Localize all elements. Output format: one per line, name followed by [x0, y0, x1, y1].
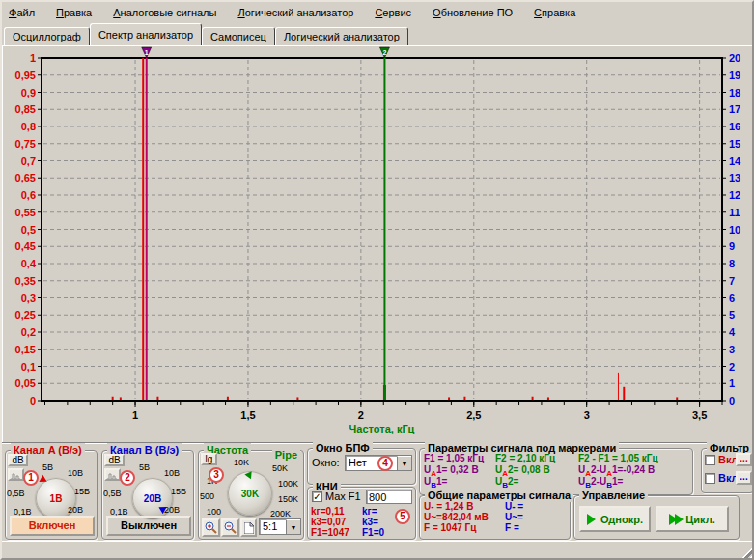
svg-text:19: 19 — [729, 70, 740, 81]
hint-badge-4: 4 — [377, 456, 393, 471]
channel-a-spectrum-mode-button[interactable] — [8, 468, 24, 481]
svg-text:1: 1 — [30, 52, 36, 64]
thd-k3-value-b: k3= — [362, 517, 378, 527]
signal-f-b: F = — [505, 522, 519, 533]
app-window: Файл Правка Аналоговые сигналы Логически… — [0, 0, 754, 560]
resize-grip[interactable] — [740, 546, 754, 560]
svg-text:4: 4 — [729, 326, 736, 338]
thd-max-f1-checkbox[interactable]: ✓ — [312, 491, 322, 502]
svg-text:16: 16 — [729, 121, 740, 132]
filter-a-settings-button[interactable]: ... — [736, 453, 752, 466]
single-run-button[interactable]: Однокр. — [579, 506, 651, 532]
spectrum-plot: 00,050,10,150,20,250,30,350,40,450,50,55… — [3, 46, 754, 443]
menu-item-file[interactable]: Файл — [9, 5, 44, 20]
svg-text:3,5: 3,5 — [692, 409, 707, 421]
scale-ratio-dropdown[interactable]: 5:1 ▼ — [259, 518, 301, 535]
channel-a-scale-label: 10В — [68, 469, 83, 478]
svg-text:0,6: 0,6 — [21, 189, 36, 201]
tab-bar: Осциллограф Спектр анализатор Самописец … — [2, 23, 754, 45]
marker-1-number: 1 — [145, 49, 149, 56]
channel-a-state-button[interactable]: Включен — [10, 516, 95, 536]
fast-forward-icon — [669, 514, 681, 525]
frequency-scale-label: 10K — [234, 459, 249, 467]
control-panel: ▼ Канал A (В/э) dB 1 1В 5В 10В 15В 20В 0… — [2, 442, 754, 541]
chevron-down-icon[interactable]: ▼ — [397, 456, 411, 470]
signal-udc-b: U- = — [505, 501, 523, 512]
channel-b-scale-label: 10В — [164, 469, 180, 478]
cyclic-run-label: Цикл. — [685, 514, 714, 525]
thd-f1-value-a: F1=1047 — [311, 527, 349, 538]
filter-a-checkbox[interactable] — [705, 455, 715, 465]
channel-b-spectrum-mode-button[interactable] — [104, 468, 121, 481]
play-icon — [587, 514, 596, 525]
fft-window-title: Окно БПФ — [313, 441, 373, 455]
svg-text:7: 7 — [729, 275, 735, 287]
menu-item-analog-signals[interactable]: Аналоговые сигналы — [113, 5, 226, 20]
thd-k3-value-a: k3=0,07 — [311, 517, 346, 527]
channel-a-db-button[interactable]: dB — [8, 454, 28, 466]
svg-text:0,95: 0,95 — [15, 70, 36, 81]
menu-item-logic-analyzer[interactable]: Логический анализатор — [237, 5, 363, 20]
frequency-scale-label: 100K — [278, 480, 298, 489]
channel-a-scale-label: 15В — [74, 488, 90, 496]
frequency-scale-label: 150K — [278, 495, 298, 504]
menu-item-software-update[interactable]: Обновление ПО — [433, 5, 522, 20]
frequency-scale-label: 100 — [207, 508, 221, 517]
tab-spectrum-analyzer[interactable]: Спектр анализатор — [90, 23, 202, 45]
thd-group: КНИ ✓ Max F1 kг=0,11 k3=0,07 F1=1047 kг=… — [307, 487, 416, 540]
run-control-title: Управление — [579, 489, 648, 502]
thd-f1-value-b: F1=0 — [362, 527, 384, 538]
menu-item-help[interactable]: Справка — [534, 5, 585, 20]
channel-a-scale-label: 20В — [68, 506, 83, 515]
svg-text:8: 8 — [729, 258, 735, 269]
channel-b-state-button[interactable]: Выключен — [106, 516, 191, 536]
svg-text:15: 15 — [729, 138, 740, 150]
svg-text:11: 11 — [729, 207, 740, 218]
svg-text:0,05: 0,05 — [15, 378, 36, 389]
magnifier-minus-icon — [224, 521, 237, 534]
channel-b-gain-value: 20В — [144, 493, 161, 504]
tab-oscilloscope[interactable]: Осциллограф — [4, 27, 90, 45]
thd-kg-value-a: kг=0,11 — [311, 506, 344, 517]
frequency-scale-label: 200K — [270, 510, 291, 518]
svg-text:0: 0 — [30, 395, 36, 406]
svg-text:0,3: 0,3 — [21, 293, 36, 304]
hint-badge-3: 3 — [209, 467, 224, 483]
filter-b-checkbox[interactable] — [705, 473, 715, 484]
zoom-out-button[interactable] — [221, 518, 239, 537]
svg-text:0,55: 0,55 — [15, 207, 36, 218]
svg-text:1: 1 — [729, 378, 735, 389]
svg-text:0,9: 0,9 — [21, 87, 36, 98]
tab-logic-analyzer[interactable]: Логический анализатор — [275, 27, 408, 45]
menu-item-service[interactable]: Сервис — [375, 5, 421, 20]
new-page-button[interactable] — [240, 518, 257, 537]
channel-b-db-button[interactable]: dB — [104, 454, 125, 466]
frequency-lg-button[interactable]: lg — [201, 453, 217, 465]
channel-b-group: Канал B (В/э) dB 2 20В 5В 10В 15В 20В 0,… — [101, 450, 194, 540]
tab-recorder[interactable]: Самописец — [202, 27, 275, 45]
svg-text:2: 2 — [358, 409, 364, 421]
cyclic-run-button[interactable]: Цикл. — [656, 506, 729, 532]
zoom-in-button[interactable] — [202, 518, 220, 537]
svg-text:1: 1 — [132, 409, 138, 421]
svg-text:0: 0 — [729, 395, 735, 406]
hint-badge-1: 1 — [23, 470, 39, 486]
svg-text:18: 18 — [729, 87, 740, 98]
frequency-value: 30K — [241, 489, 259, 499]
channel-a-group: Канал A (В/э) dB 1 1В 5В 10В 15В 20В 0,5… — [5, 450, 98, 540]
frequency-mode-label: Pipe — [272, 448, 300, 462]
svg-text:0,65: 0,65 — [15, 172, 36, 183]
marker-f1-value: F1 = 1,05 кГц — [424, 453, 484, 463]
filter-b-settings-button[interactable]: ... — [736, 471, 752, 485]
x-axis-label: Частота, кГц — [349, 423, 415, 434]
filter-group: Фильтр Вкл ... Вкл ... — [701, 448, 754, 493]
channel-b-scale-label: 20В — [164, 506, 180, 515]
channel-b-scale-label: 0,5В — [103, 490, 122, 498]
thd-f1-input[interactable] — [366, 490, 412, 504]
chevron-down-icon[interactable]: ▼ — [286, 519, 300, 534]
menu-item-edit[interactable]: Правка — [56, 5, 101, 20]
channel-a-gain-value: 1В — [50, 493, 63, 504]
svg-text:20: 20 — [729, 52, 740, 64]
svg-text:0,85: 0,85 — [15, 103, 36, 115]
frequency-scale-label: 500 — [200, 492, 214, 501]
